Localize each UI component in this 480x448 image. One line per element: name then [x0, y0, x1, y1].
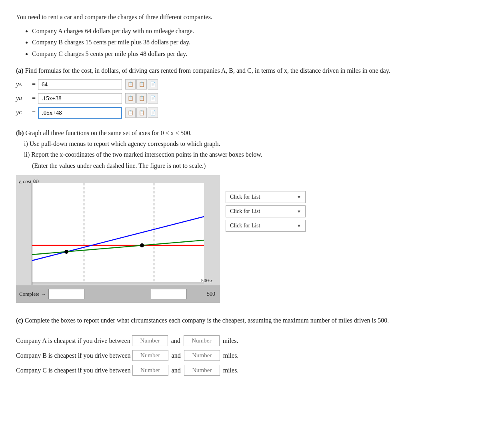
- dropdown-3[interactable]: Click for List ▼: [226, 220, 306, 232]
- graph-container: y, cost ($): [16, 175, 220, 303]
- icons-b: 📋 📋 📄: [125, 93, 159, 104]
- part-b-sub-i: i) Use pull-down menus to report which a…: [24, 138, 464, 149]
- formula-row-c: yC = 📋 📋 📄: [16, 107, 464, 119]
- part-a-description: (a) Find formulas for the cost, in dolla…: [16, 67, 464, 74]
- company-c-input-1[interactable]: [132, 365, 168, 376]
- part-c-label: (c): [16, 317, 23, 324]
- company-b-input-2[interactable]: [184, 350, 220, 361]
- company-c-input-2[interactable]: [184, 365, 220, 376]
- company-b-row: Company B is cheapest if you drive betwe…: [16, 350, 464, 361]
- intro-paragraph: You need to rent a car and compare the c…: [16, 12, 464, 22]
- dropdown-3-arrow: ▼: [297, 223, 301, 228]
- icon-copy2-a[interactable]: 📋: [136, 79, 147, 90]
- company-a-input-2[interactable]: [184, 335, 220, 346]
- svg-rect-0: [32, 183, 204, 283]
- icons-c: 📋 📋 📄: [125, 108, 159, 118]
- dropdown-2-arrow: ▼: [297, 209, 301, 214]
- part-b-sub-ii: ii) Report the x-coordinates of the two …: [24, 149, 464, 160]
- dropdown-3-label: Click for List: [230, 223, 260, 229]
- intro-text: You need to rent a car and compare the c…: [16, 12, 464, 60]
- company-c-row: Company C is cheapest if you drive betwe…: [16, 365, 464, 376]
- part-a-label: (a): [16, 67, 24, 74]
- icon-copy1-b[interactable]: 📋: [125, 93, 136, 104]
- svg-point-9: [140, 243, 144, 247]
- dropdown-1[interactable]: Click for List ▼: [226, 191, 306, 203]
- company-rows: Company A is cheapest if you drive betwe…: [16, 335, 464, 376]
- x-500-label: 500: [201, 277, 209, 284]
- icon-paste-a[interactable]: 📄: [148, 79, 158, 90]
- graph-svg: 0 →x: [16, 175, 220, 303]
- input-yb[interactable]: [38, 93, 122, 104]
- part-b-sub-ii-note: (Enter the values under each dashed line…: [32, 160, 464, 171]
- input-ya[interactable]: [38, 79, 122, 90]
- sub-ii-text: ii) Report the x-coordinates of the two …: [24, 151, 262, 158]
- bullet-a: Company A charges 64 dollars per day wit…: [32, 26, 464, 37]
- company-c-text-before: Company C is cheapest if you drive betwe…: [16, 365, 131, 376]
- icon-paste-b[interactable]: 📄: [148, 93, 158, 104]
- icons-a: 📋 📋 📄: [125, 79, 159, 90]
- icon-copy2-c[interactable]: 📋: [136, 108, 147, 118]
- company-a-and: and: [171, 335, 180, 346]
- company-b-text-before: Company B is cheapest if you drive betwe…: [16, 350, 131, 361]
- bullet-b: Company B charges 15 cents per mile plus…: [32, 37, 464, 48]
- part-b-section: (b) Graph all three functions on the sam…: [16, 127, 464, 303]
- part-a-desc-text: Find formulas for the cost, in dollars, …: [25, 67, 390, 74]
- part-b-label: (b): [16, 129, 24, 136]
- bullet-c: Company C charges 5 cents per mile plus …: [32, 48, 464, 60]
- graph-bottom-row: Complete → 500: [16, 285, 220, 303]
- complete-label: Complete →: [19, 291, 46, 297]
- var-yb: yB: [16, 95, 32, 102]
- part-a-section: (a) Find formulas for the cost, in dolla…: [16, 67, 464, 119]
- icon-paste-c[interactable]: 📄: [148, 108, 158, 118]
- dropdown-1-label: Click for List: [230, 194, 260, 200]
- dropdowns-column: Click for List ▼ Click for List ▼ Click …: [226, 175, 306, 232]
- company-b-miles: miles.: [223, 350, 239, 361]
- dropdown-2[interactable]: Click for List ▼: [226, 205, 306, 217]
- var-yc: yC: [16, 109, 32, 116]
- dropdown-1-arrow: ▼: [297, 195, 301, 199]
- svg-point-8: [64, 250, 68, 254]
- company-a-miles: miles.: [223, 335, 238, 346]
- icon-copy1-a[interactable]: 📋: [125, 79, 136, 90]
- sub-i-text: i) Use pull-down menus to report which a…: [24, 140, 220, 147]
- sub-ii-note-text: (Enter the values under each dashed line…: [32, 162, 206, 169]
- bullet-list: Company A charges 64 dollars per day wit…: [32, 26, 464, 60]
- company-c-miles: miles.: [223, 365, 239, 376]
- graph-section: y, cost ($): [16, 175, 464, 303]
- formula-row-a: yA = 📋 📋 📄: [16, 79, 464, 90]
- company-a-row: Company A is cheapest if you drive betwe…: [16, 335, 464, 346]
- icon-copy2-b[interactable]: 📋: [136, 93, 147, 104]
- var-ya: yA: [16, 81, 32, 88]
- part-c-desc: (c) Complete the boxes to report under w…: [16, 315, 464, 326]
- formula-row-b: yB = 📋 📋 📄: [16, 93, 464, 104]
- company-a-input-1[interactable]: [132, 335, 168, 346]
- company-b-input-1[interactable]: [132, 350, 168, 361]
- icon-copy1-c[interactable]: 📋: [125, 108, 136, 118]
- part-b-desc-text: Graph all three functions on the same se…: [26, 129, 192, 136]
- complete-input-2[interactable]: [151, 289, 187, 299]
- company-c-and: and: [172, 365, 181, 376]
- part-c-section: (c) Complete the boxes to report under w…: [16, 315, 464, 376]
- input-yc[interactable]: [38, 107, 122, 119]
- part-c-desc-text: Complete the boxes to report under what …: [25, 317, 389, 324]
- dropdown-2-label: Click for List: [230, 208, 260, 215]
- company-a-text-before: Company A is cheapest if you drive betwe…: [16, 335, 130, 346]
- complete-input-1[interactable]: [48, 289, 84, 299]
- company-b-and: and: [172, 350, 181, 361]
- part-b-desc: (b) Graph all three functions on the sam…: [16, 127, 464, 171]
- x-500-bottom: 500: [207, 291, 215, 297]
